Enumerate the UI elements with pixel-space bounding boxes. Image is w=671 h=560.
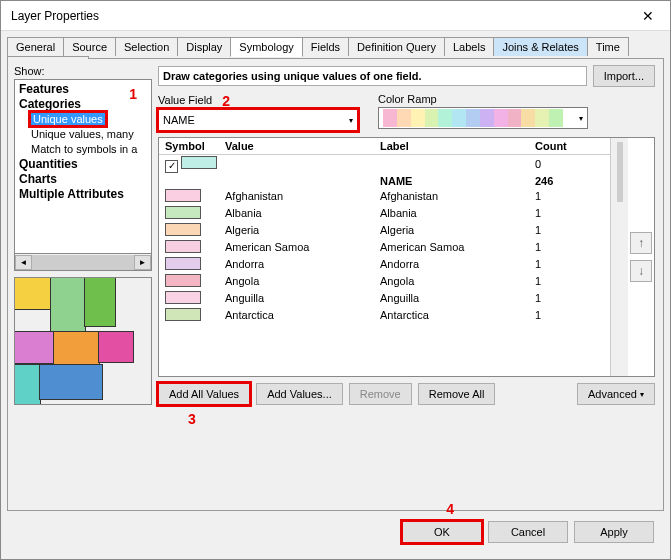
table-row[interactable]: AntarcticaAntarctica1	[159, 307, 610, 324]
callout-4: 4	[446, 501, 454, 517]
tree-item[interactable]: Multiple Attributes	[15, 187, 151, 202]
col-value[interactable]: Value	[219, 138, 374, 155]
color-swatch[interactable]	[181, 156, 217, 169]
color-swatch[interactable]	[165, 206, 201, 219]
close-icon[interactable]: ✕	[625, 1, 670, 31]
preview-region	[14, 331, 55, 364]
move-down-button[interactable]: ↓	[630, 260, 652, 282]
chevron-down-icon: ▾	[349, 116, 353, 125]
table-row[interactable]: AndorraAndorra1	[159, 256, 610, 273]
values-grid[interactable]: Symbol Value Label Count ✓ 0NAME246Afgha…	[158, 137, 655, 377]
scroll-left-icon[interactable]: ◄	[15, 255, 32, 270]
table-row[interactable]: ✓ 0	[159, 155, 610, 174]
preview-region	[14, 277, 52, 310]
color-swatch[interactable]	[165, 274, 201, 287]
tree-item[interactable]: Charts	[15, 172, 151, 187]
preview-region	[53, 331, 100, 366]
preview-region	[50, 277, 86, 333]
table-row[interactable]: AfghanistanAfghanistan1	[159, 188, 610, 205]
chevron-down-icon: ▾	[640, 390, 644, 399]
tab-fields[interactable]: Fields	[302, 37, 349, 56]
remove-button[interactable]: Remove	[349, 383, 412, 405]
table-row[interactable]: AlgeriaAlgeria1	[159, 222, 610, 239]
preview-region	[98, 331, 134, 363]
preview-region	[14, 364, 41, 405]
tab-symbology[interactable]: Symbology	[230, 37, 302, 57]
cancel-button[interactable]: Cancel	[488, 521, 568, 543]
table-row[interactable]: AnguillaAnguilla1	[159, 290, 610, 307]
tree-hscroll[interactable]: ◄ ►	[14, 254, 152, 271]
titlebar: Layer Properties ✕	[1, 1, 670, 31]
layer-preview	[14, 277, 152, 405]
color-swatch[interactable]	[165, 240, 201, 253]
add-values-button[interactable]: Add Values...	[256, 383, 343, 405]
callout-2: 2	[222, 93, 230, 109]
col-symbol[interactable]: Symbol	[159, 138, 219, 155]
tree-item[interactable]: Unique values	[15, 112, 151, 127]
window-title: Layer Properties	[11, 9, 625, 23]
tree-item[interactable]: Quantities	[15, 157, 151, 172]
add-all-values-button[interactable]: Add All Values	[158, 383, 250, 405]
ok-button[interactable]: OK	[402, 521, 482, 543]
color-ramp-preview	[383, 109, 563, 127]
tab-source[interactable]: Source	[63, 37, 116, 56]
color-swatch[interactable]	[165, 308, 201, 321]
callout-1: 1	[129, 86, 137, 102]
grid-vscroll[interactable]	[610, 138, 628, 376]
tab-labels[interactable]: Labels	[444, 37, 494, 56]
table-row[interactable]: AngolaAngola1	[159, 273, 610, 290]
color-swatch[interactable]	[165, 291, 201, 304]
advanced-button[interactable]: Advanced ▾	[577, 383, 655, 405]
move-up-button[interactable]: ↑	[630, 232, 652, 254]
tab-joins-relates[interactable]: Joins & Relates	[493, 37, 587, 56]
show-tree[interactable]: 1 FeaturesCategoriesUnique valuesUnique …	[14, 79, 152, 254]
preview-region	[84, 277, 116, 327]
tab-time[interactable]: Time	[587, 37, 629, 56]
scroll-thumb[interactable]	[32, 255, 134, 270]
color-ramp-select[interactable]: ▾	[378, 107, 588, 129]
table-row[interactable]: American SamoaAmerican Samoa1	[159, 239, 610, 256]
apply-button[interactable]: Apply	[574, 521, 654, 543]
show-label: Show:	[14, 65, 152, 77]
tree-item[interactable]: Match to symbols in a	[15, 142, 151, 157]
tab-selection[interactable]: Selection	[115, 37, 178, 56]
description-text: Draw categories using unique values of o…	[158, 66, 587, 86]
tab-general[interactable]: General	[7, 37, 64, 56]
value-field-select[interactable]: NAME ▾	[158, 109, 358, 131]
tab-strip: GeneralSourceSelectionDisplaySymbologyFi…	[7, 37, 664, 59]
callout-3: 3	[188, 411, 196, 427]
scroll-thumb[interactable]	[617, 142, 623, 202]
checkbox[interactable]: ✓	[165, 160, 178, 173]
value-field-label: Value Field	[158, 94, 212, 106]
color-swatch[interactable]	[165, 223, 201, 236]
tree-item[interactable]: Unique values, many	[15, 127, 151, 142]
tab-definition-query[interactable]: Definition Query	[348, 37, 445, 56]
import-button[interactable]: Import...	[593, 65, 655, 87]
remove-all-button[interactable]: Remove All	[418, 383, 496, 405]
table-row[interactable]: AlbaniaAlbania1	[159, 205, 610, 222]
col-label[interactable]: Label	[374, 138, 529, 155]
color-swatch[interactable]	[165, 189, 201, 202]
tab-display[interactable]: Display	[177, 37, 231, 56]
chevron-down-icon: ▾	[579, 114, 583, 123]
color-ramp-label: Color Ramp	[378, 93, 655, 105]
table-row[interactable]: NAME246	[159, 174, 610, 188]
value-field-value: NAME	[163, 114, 195, 126]
col-count[interactable]: Count	[529, 138, 610, 155]
color-swatch[interactable]	[165, 257, 201, 270]
preview-region	[39, 364, 103, 400]
scroll-right-icon[interactable]: ►	[134, 255, 151, 270]
